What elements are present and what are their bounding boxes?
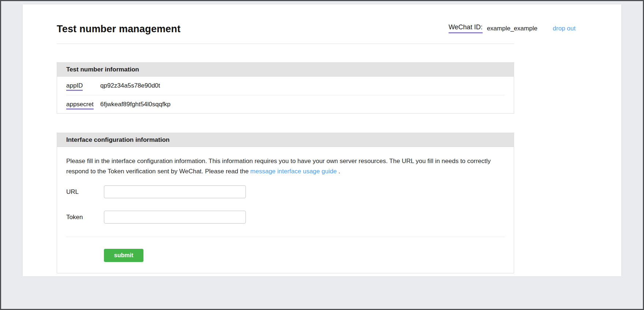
appid-label-cell: appID	[66, 82, 100, 89]
appid-value: qp92z34a5s78e90d0t	[100, 82, 160, 89]
appsecret-value: 6fjwkeaf89fght54l0sqqfkp	[100, 101, 171, 108]
submit-row: submit	[66, 249, 505, 262]
appsecret-label: appsecret	[66, 101, 94, 110]
url-form-row: URL	[66, 185, 505, 198]
submit-button[interactable]: submit	[104, 249, 143, 262]
interface-config-header: Interface configuration information	[57, 133, 514, 147]
appid-row: appID qp92z34a5s78e90d0t	[66, 77, 505, 95]
title-divider	[57, 44, 514, 44]
config-description: Please fill in the interface configurati…	[66, 156, 505, 177]
appsecret-label-cell: appsecret	[66, 101, 100, 108]
interface-config-body: Please fill in the interface configurati…	[57, 147, 514, 273]
token-label: Token	[66, 214, 104, 221]
appid-label: appID	[66, 82, 83, 91]
page-background: { "page_title": "Test number management"…	[0, 0, 644, 310]
account-info: WeChat ID: example_example drop out	[449, 23, 576, 35]
token-input[interactable]	[104, 211, 246, 224]
form-divider	[66, 237, 505, 237]
wechat-id-label: WeChat ID:	[449, 23, 483, 33]
wechat-id-value: example_example	[487, 25, 538, 32]
config-description-suffix: .	[337, 168, 340, 175]
url-input[interactable]	[104, 185, 246, 198]
page-header: Test number management WeChat ID: exampl…	[57, 4, 576, 35]
test-number-info-section: Test number information appID qp92z34a5s…	[57, 62, 514, 114]
drop-out-link[interactable]: drop out	[553, 25, 576, 32]
token-form-row: Token	[66, 211, 505, 224]
page-title: Test number management	[57, 23, 180, 35]
appsecret-row: appsecret 6fjwkeaf89fght54l0sqqfkp	[66, 95, 505, 113]
url-label: URL	[66, 188, 104, 196]
message-interface-usage-guide-link[interactable]: message interface usage guide	[250, 168, 337, 175]
interface-config-section: Interface configuration information Plea…	[57, 133, 514, 273]
test-number-info-header: Test number information	[57, 63, 514, 77]
main-card: Test number management WeChat ID: exampl…	[23, 4, 621, 276]
